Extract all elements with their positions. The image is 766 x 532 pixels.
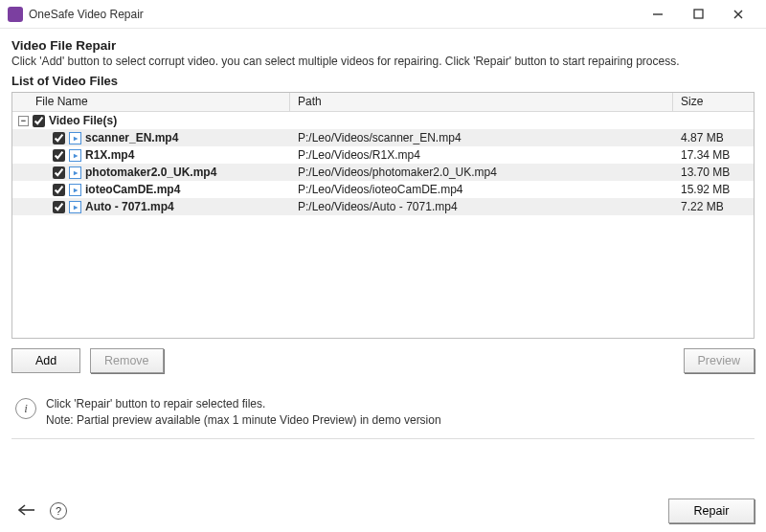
note-line2: Note: Partial preview available (max 1 m… [46,412,441,429]
repair-button[interactable]: Repair [668,499,755,523]
table-row[interactable]: ▸R1X.mp4P:/Leo/Videos/R1X.mp417.34 MB [12,146,754,164]
back-button[interactable] [11,498,42,525]
info-icon: i [15,398,36,419]
cell-path: P:/Leo/Videos/ioteoCamDE.mp4 [290,183,673,196]
list-label: List of Video Files [11,74,755,88]
app-title: OneSafe Video Repair [29,8,144,21]
video-file-icon: ▸ [69,149,81,162]
remove-button[interactable]: Remove [90,348,164,373]
cell-path: P:/Leo/Videos/scanner_EN.mp4 [290,131,673,144]
column-headers: File Name Path Size [12,93,754,112]
window-controls [638,1,758,28]
page-title: Video File Repair [11,38,755,53]
maximize-button[interactable] [678,1,718,28]
app-icon [8,7,23,22]
filename-text: photomaker2.0_UK.mp4 [85,166,216,179]
file-grid: FILECR .com File Name Path Size − Video … [11,92,755,339]
video-file-icon: ▸ [69,166,81,179]
filename-text: Auto - 7071.mp4 [85,200,174,213]
cell-size: 17.34 MB [673,148,754,162]
row-checkbox[interactable] [53,201,65,213]
table-row[interactable]: ▸Auto - 7071.mp4P:/Leo/Videos/Auto - 707… [12,198,754,215]
row-checkbox[interactable] [53,149,65,162]
filename-text: scanner_EN.mp4 [85,131,178,144]
note-text: Click 'Repair' button to repair selected… [46,396,441,429]
column-header-size[interactable]: Size [673,93,754,111]
titlebar: OneSafe Video Repair [0,0,766,29]
table-row[interactable]: ▸ioteoCamDE.mp4P:/Leo/Videos/ioteoCamDE.… [12,181,754,198]
cell-filename: ▸photomaker2.0_UK.mp4 [12,166,290,179]
rows-area[interactable]: − Video File(s) ▸scanner_EN.mp4P:/Leo/Vi… [12,112,754,338]
column-header-name[interactable]: File Name [12,93,290,111]
filename-text: R1X.mp4 [85,148,134,162]
footer-bar: ? Repair [0,490,766,532]
note-box: i Click 'Repair' button to repair select… [11,388,755,439]
cell-filename: ▸scanner_EN.mp4 [12,131,290,144]
root-label: Video File(s) [49,114,117,127]
video-file-icon: ▸ [69,184,81,196]
help-button[interactable]: ? [50,502,67,520]
cell-size: 13.70 MB [673,166,754,179]
row-checkbox[interactable] [53,184,65,196]
expand-toggle[interactable]: − [18,116,29,126]
table-row[interactable]: ▸scanner_EN.mp4P:/Leo/Videos/scanner_EN.… [12,129,754,146]
svg-rect-1 [694,10,703,18]
cell-path: P:/Leo/Videos/Auto - 7071.mp4 [290,200,673,213]
cell-filename: ▸R1X.mp4 [12,148,290,162]
cell-filename: ▸Auto - 7071.mp4 [12,200,290,213]
root-checkbox[interactable] [33,115,45,127]
video-file-icon: ▸ [69,201,81,213]
cell-path: P:/Leo/Videos/R1X.mp4 [290,148,673,162]
root-row[interactable]: − Video File(s) [12,112,754,129]
cell-size: 4.87 MB [673,131,754,144]
video-file-icon: ▸ [69,132,81,144]
row-checkbox[interactable] [53,132,65,144]
page-description: Click 'Add' button to select corrupt vid… [11,55,755,68]
note-line1: Click 'Repair' button to repair selected… [46,396,441,412]
minimize-button[interactable] [638,1,678,28]
cell-filename: ▸ioteoCamDE.mp4 [12,183,290,196]
cell-size: 7.22 MB [673,200,754,213]
cell-size: 15.92 MB [673,183,754,196]
table-row[interactable]: ▸photomaker2.0_UK.mp4P:/Leo/Videos/photo… [12,164,754,181]
close-button[interactable] [718,1,758,28]
preview-button[interactable]: Preview [684,348,755,373]
column-header-path[interactable]: Path [290,93,673,111]
add-button[interactable]: Add [11,348,80,373]
cell-path: P:/Leo/Videos/photomaker2.0_UK.mp4 [290,166,673,179]
filename-text: ioteoCamDE.mp4 [85,183,180,196]
row-checkbox[interactable] [53,166,65,179]
